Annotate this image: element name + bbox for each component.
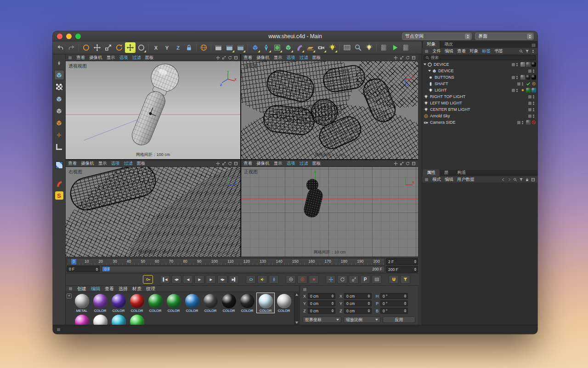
add-environment-button[interactable] bbox=[305, 42, 316, 53]
layer-toggle[interactable] bbox=[528, 102, 531, 105]
menu-view[interactable]: 查看 bbox=[243, 161, 252, 167]
key-parameter-button[interactable]: P bbox=[360, 275, 370, 284]
add-primitive-button[interactable] bbox=[250, 42, 260, 53]
magnet-snap-button[interactable] bbox=[389, 275, 399, 284]
panel-options-icon[interactable] bbox=[531, 43, 536, 47]
rotate-view-icon[interactable] bbox=[228, 161, 232, 166]
polygons-mode-button[interactable] bbox=[54, 118, 64, 128]
key-scale-button[interactable] bbox=[349, 275, 359, 284]
viewport-perspective[interactable]: 查看 摄像机 显示 选项 过滤 面板 bbox=[66, 54, 240, 159]
stepper-icon[interactable] bbox=[414, 260, 417, 263]
material-item[interactable] bbox=[73, 313, 91, 325]
tab-construction[interactable]: 构造 bbox=[453, 169, 470, 176]
menu-display[interactable]: 显示 bbox=[274, 161, 283, 167]
material-item[interactable]: COLOR bbox=[91, 293, 109, 313]
material-item[interactable]: COLOR bbox=[275, 293, 293, 313]
record-keyframe-button[interactable] bbox=[143, 275, 153, 284]
menu-filter[interactable]: 过滤 bbox=[300, 55, 308, 61]
pan-view-icon[interactable] bbox=[216, 161, 220, 166]
layer-toggle[interactable] bbox=[528, 115, 531, 118]
edges-mode-button[interactable] bbox=[54, 106, 64, 116]
scale-mode-select[interactable]: 缩放比例 bbox=[344, 316, 380, 323]
material-item[interactable]: COLOR bbox=[128, 293, 146, 313]
size-z-field[interactable]: 0 cm bbox=[344, 308, 372, 314]
tree-row[interactable]: SHAFT bbox=[422, 80, 537, 87]
texture-tag[interactable] bbox=[531, 75, 536, 80]
side-canvas[interactable]: 右视图 Y Z 网格间距：1 cm bbox=[66, 167, 240, 257]
content-browser-button[interactable] bbox=[353, 42, 363, 53]
tree-row[interactable]: LIGHT bbox=[422, 87, 537, 93]
om-menu-edit[interactable]: 编辑 bbox=[445, 48, 453, 54]
maximize-view-icon[interactable] bbox=[412, 161, 416, 166]
goto-start-button[interactable]: ▌◀ bbox=[160, 275, 170, 284]
stepper-icon[interactable] bbox=[404, 302, 407, 305]
search-icon[interactable] bbox=[519, 49, 523, 53]
front-canvas[interactable]: 正视图 Y X 网格间距：10 cm bbox=[241, 167, 418, 257]
apply-button[interactable]: 应用 bbox=[383, 316, 415, 323]
menu-camera[interactable]: 摄像机 bbox=[81, 161, 94, 167]
visibility-dots[interactable] bbox=[516, 89, 518, 92]
coordinate-system-button[interactable] bbox=[198, 42, 209, 53]
expand-icon[interactable] bbox=[428, 70, 431, 72]
visibility-dots[interactable] bbox=[533, 102, 534, 105]
next-frame-button[interactable]: ▶ bbox=[206, 275, 216, 284]
menu-panel[interactable]: 面板 bbox=[137, 161, 146, 167]
object-menu-icon[interactable] bbox=[424, 49, 429, 53]
pane-menu-icon[interactable] bbox=[68, 56, 72, 60]
menu-camera[interactable]: 摄像机 bbox=[256, 161, 270, 167]
menu-view[interactable]: 查看 bbox=[68, 161, 77, 167]
filter-icon[interactable] bbox=[519, 178, 523, 182]
zoom-view-icon[interactable] bbox=[400, 56, 404, 60]
scroll-down-icon[interactable] bbox=[295, 322, 298, 324]
texture-tag[interactable] bbox=[520, 62, 525, 67]
render-view-button[interactable] bbox=[213, 42, 224, 53]
material-item[interactable]: COLOR bbox=[201, 293, 220, 313]
material-item[interactable] bbox=[91, 313, 109, 325]
menu-panel[interactable]: 面板 bbox=[312, 161, 321, 167]
zoom-view-icon[interactable] bbox=[222, 56, 226, 60]
dopesheet-button[interactable] bbox=[372, 275, 382, 284]
keying-set-button[interactable] bbox=[309, 275, 319, 284]
rotate-view-icon[interactable] bbox=[406, 56, 410, 60]
layer-toggle[interactable] bbox=[528, 69, 531, 73]
record-options-button[interactable] bbox=[269, 275, 279, 284]
rotate-view-icon[interactable] bbox=[406, 161, 410, 166]
menu-display[interactable]: 显示 bbox=[107, 55, 115, 61]
texture-tag[interactable] bbox=[531, 88, 536, 92]
attr-menu-edit[interactable]: 编辑 bbox=[445, 177, 453, 183]
target-tag-icon[interactable] bbox=[531, 81, 536, 86]
add-subdivision-button[interactable] bbox=[272, 42, 283, 53]
top-canvas[interactable]: 顶视图 X Z 网格间距：1 cm bbox=[241, 61, 418, 159]
zoom-view-icon[interactable] bbox=[222, 161, 226, 166]
layer-toggle[interactable] bbox=[517, 82, 520, 86]
last-used-tool-button[interactable] bbox=[136, 42, 147, 53]
position-z-field[interactable]: 0 cm bbox=[308, 308, 335, 314]
stepper-icon[interactable] bbox=[331, 309, 334, 312]
coordinate-system-select[interactable]: 世界坐标 bbox=[303, 316, 341, 323]
texture-tag[interactable] bbox=[520, 75, 525, 80]
tree-row[interactable]: CENTER BTM LIGHT bbox=[422, 106, 537, 113]
tree-row[interactable]: LEFT MID LIGHT bbox=[422, 100, 537, 106]
titlebar[interactable]: www.sheui.c4d - Main 节点空间 界面 bbox=[53, 31, 537, 41]
rotate-tool-button[interactable] bbox=[114, 42, 124, 53]
rotation-h-field[interactable]: 0 ° bbox=[380, 293, 408, 299]
paint-mode-button[interactable] bbox=[54, 160, 64, 170]
pan-view-icon[interactable] bbox=[394, 56, 398, 60]
mat-menu-material[interactable]: 材质 bbox=[132, 286, 141, 292]
history-forward-icon[interactable] bbox=[507, 178, 511, 182]
frame-spin-field[interactable]: 2 F bbox=[386, 258, 418, 265]
layer-toggle[interactable] bbox=[512, 89, 515, 92]
menu-view[interactable]: 查看 bbox=[243, 55, 252, 61]
size-y-field[interactable]: 0 cm bbox=[344, 300, 372, 306]
perspective-canvas[interactable]: 透视视图 Y X Z 网格间距：100 cm bbox=[66, 61, 240, 159]
attr-menu-userdata[interactable]: 用户数据 bbox=[457, 177, 475, 183]
tree-row[interactable]: RIGHT TOP LIGHT bbox=[422, 93, 537, 100]
move-tool-button[interactable] bbox=[92, 42, 102, 53]
pan-view-icon[interactable] bbox=[216, 56, 220, 60]
texture-tag[interactable] bbox=[526, 62, 531, 67]
expand-panel-icon[interactable] bbox=[531, 49, 535, 53]
render-settings-button[interactable] bbox=[235, 42, 246, 53]
prev-key-button[interactable]: ◀● bbox=[171, 275, 181, 284]
menu-view[interactable]: 查看 bbox=[76, 55, 85, 61]
menu-options[interactable]: 选项 bbox=[287, 161, 295, 167]
